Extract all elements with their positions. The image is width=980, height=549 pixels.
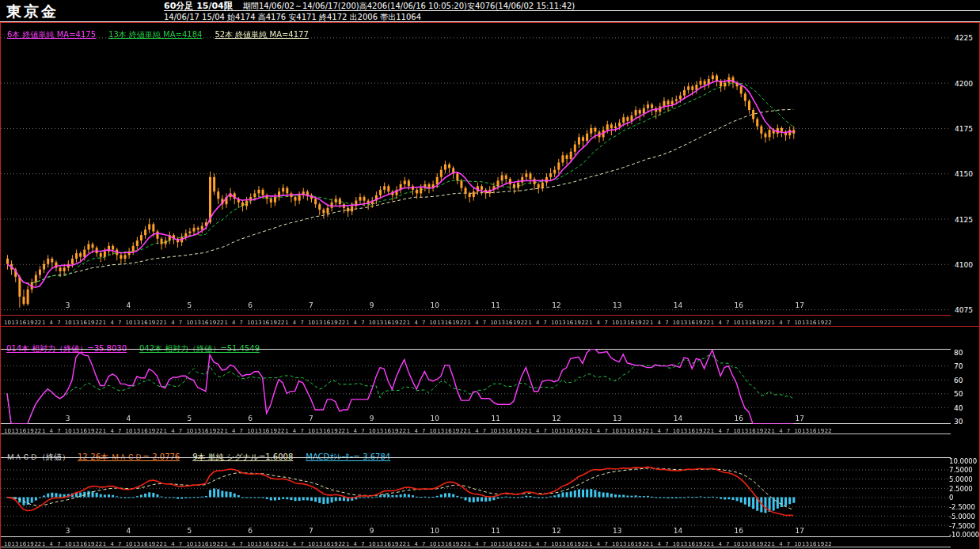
time-axis-canvas <box>1 539 951 547</box>
macd-chart-canvas[interactable] <box>1 457 951 537</box>
macd-tick: 2.5000 <box>949 485 973 493</box>
header: 東京金 60分足 15/04限 期間14/06/02～14/06/17(200)… <box>0 0 980 22</box>
ma52-legend[interactable]: 52本 終値単純 MA=4177 <box>215 30 308 39</box>
macd-tick: -2.5000 <box>949 503 975 511</box>
time-axis-rsi <box>1 424 951 434</box>
price-tick: 4100 <box>955 261 973 269</box>
timeframe-label[interactable]: 60分足 15/04限 <box>164 1 233 11</box>
main-price-chart-panel: 6本 終値単純 MA=417513本 終値単純 MA=418452本 終値単純 … <box>0 22 980 327</box>
rsi-tick: 50 <box>954 390 963 398</box>
ma6-legend[interactable]: 6本 終値単純 MA=4175 <box>7 30 96 39</box>
instrument-title: 東京金 <box>6 2 59 22</box>
macd-tick: -5.0000 <box>949 513 975 521</box>
rsi-tick: 30 <box>954 418 963 426</box>
header-row-1: 60分足 15/04限 期間14/06/02～14/06/17(200)高420… <box>164 0 980 11</box>
rsi-tick: 70 <box>954 362 963 370</box>
rsi-panel: 014本 相対力（終値）=35.8030042本 相対力（終値）=51.4549… <box>0 339 980 436</box>
rsi-chart-canvas[interactable] <box>1 349 951 424</box>
rsi-tick: 40 <box>954 404 963 412</box>
price-tick: 4200 <box>955 80 973 88</box>
macd-panel: ＭＡＣＤ（終値）12-26本 ＭＡＣＤ=-2.07769本 単純 シグナル=1.… <box>0 448 980 549</box>
rsi-tick: 80 <box>954 349 963 357</box>
ma13-legend[interactable]: 13本 終値単純 MA=4184 <box>108 30 202 39</box>
price-tick: 4225 <box>955 34 973 42</box>
quote-line: 14/06/17 15/04 始4174 高4176 安4171 終4172 出… <box>164 11 980 23</box>
macd-tick: 0 <box>949 494 953 502</box>
macd-tick: 7.5000 <box>949 466 973 474</box>
macd-tick: 10.0000 <box>949 457 977 465</box>
time-axis-macd <box>1 537 951 547</box>
price-tick: 4125 <box>955 216 973 224</box>
time-axis-main <box>1 315 951 325</box>
rsi-tick: 60 <box>954 377 963 384</box>
price-tick: 4175 <box>955 125 973 133</box>
price-tick: 4150 <box>955 170 973 178</box>
price-tick: 4075 <box>955 306 973 314</box>
macd-tick: -10.0000 <box>949 531 979 539</box>
period-stats: 期間14/06/02～14/06/17(200)高4206(14/06/16 1… <box>243 2 575 10</box>
macd-tick: 5.0000 <box>949 475 973 483</box>
header-info: 60分足 15/04限 期間14/06/02～14/06/17(200)高420… <box>164 0 980 23</box>
ma-legend: 6本 終値単純 MA=417513本 終値単純 MA=418452本 終値単純 … <box>7 25 321 40</box>
candlestick-chart-canvas[interactable] <box>1 23 951 315</box>
time-axis-canvas <box>1 426 951 434</box>
time-axis-canvas <box>1 317 951 325</box>
macd-tick: -7.5000 <box>949 522 975 530</box>
